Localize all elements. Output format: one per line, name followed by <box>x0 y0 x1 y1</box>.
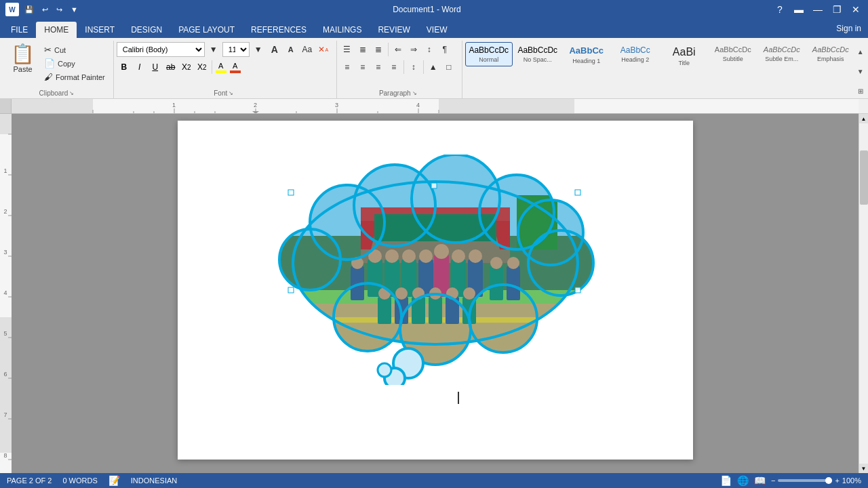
layout-web-btn[interactable]: 🌐 <box>737 475 749 486</box>
sign-in-btn[interactable]: Sign in <box>829 21 868 36</box>
ribbon: 📋 Paste ✂ Cut 📄 Copy 🖌 Format Painter <box>0 38 868 99</box>
font-color-btn[interactable]: A <box>229 61 242 74</box>
bullets-btn[interactable]: ☰ <box>340 42 355 57</box>
show-marks-btn[interactable]: ¶ <box>437 42 452 57</box>
horizontal-ruler: 1 2 3 4 <box>12 99 859 114</box>
increase-indent-btn[interactable]: ⇒ <box>406 42 421 57</box>
svg-rect-1 <box>12 99 93 114</box>
strikethrough-button[interactable]: ab <box>163 60 178 75</box>
tab-view[interactable]: VIEW <box>418 22 456 38</box>
borders-btn[interactable]: □ <box>441 60 456 75</box>
redo-btn[interactable]: ↪ <box>54 4 65 16</box>
format-painter-button[interactable]: 🖌 Format Painter <box>41 70 108 83</box>
paragraph-expand-icon[interactable]: ↘ <box>412 90 417 96</box>
styles-scroll-down[interactable]: ▼ <box>856 62 865 81</box>
minimize-btn[interactable]: — <box>811 3 825 16</box>
zoom-slider[interactable] <box>778 479 832 482</box>
layout-print-btn[interactable]: 📄 <box>720 475 732 486</box>
close-btn[interactable]: ✕ <box>849 3 863 16</box>
paste-button[interactable]: 📋 Paste <box>5 42 40 76</box>
style-no-space-label: No Spac... <box>524 56 552 63</box>
scroll-thumb[interactable] <box>860 150 868 205</box>
align-left-btn[interactable]: ≡ <box>340 60 355 75</box>
style-subtle-em-preview: AaBbCcDc <box>764 45 800 54</box>
help-btn[interactable]: ? <box>773 3 787 16</box>
scroll-track <box>859 123 868 464</box>
font-size-select[interactable]: 11 <box>222 42 250 57</box>
zoom-in-btn[interactable]: + <box>835 476 839 485</box>
underline-button[interactable]: U <box>148 60 163 75</box>
numbering-btn[interactable]: ≣ <box>355 42 370 57</box>
style-heading2[interactable]: AaBbCc Heading 2 <box>612 42 659 66</box>
text-highlight-btn[interactable]: A <box>214 61 228 74</box>
styles-expand[interactable]: ⊞ <box>856 81 865 100</box>
style-heading1-preview: AaBbCc <box>569 45 604 56</box>
tab-home[interactable]: HOME <box>36 22 77 38</box>
line-spacing-btn[interactable]: ↕ <box>406 60 421 75</box>
style-no-space-preview: AaBbCcDc <box>517 45 557 55</box>
font-family-dropdown[interactable]: ▼ <box>206 42 221 57</box>
quick-access-toolbar: W 💾 ↩ ↪ ▼ <box>5 3 81 16</box>
bold-button[interactable]: B <box>117 60 132 75</box>
proofing-icon[interactable]: 📝 <box>108 475 120 486</box>
tab-design[interactable]: DESIGN <box>123 22 170 38</box>
change-case-btn[interactable]: Aa <box>300 42 315 57</box>
document-page <box>178 121 693 460</box>
cut-button[interactable]: ✂ Cut <box>41 43 108 56</box>
justify-btn[interactable]: ≡ <box>387 60 401 75</box>
style-normal[interactable]: AaBbCcDc Normal <box>465 42 513 66</box>
cursor-line <box>212 392 659 405</box>
tab-page-layout[interactable]: PAGE LAYOUT <box>170 22 243 38</box>
undo-btn[interactable]: ↩ <box>39 4 51 16</box>
save-btn[interactable]: 💾 <box>22 4 37 16</box>
italic-button[interactable]: I <box>132 60 147 75</box>
style-emphasis[interactable]: AaBbCcDc Emphasis <box>807 42 854 66</box>
restore-btn[interactable]: ❐ <box>830 3 844 16</box>
clipboard-group-label: Clipboard ↘ <box>5 88 108 97</box>
tab-insert[interactable]: INSERT <box>77 22 123 38</box>
superscript-button[interactable]: X2 <box>195 60 210 75</box>
multilevel-btn[interactable]: ≣ <box>371 42 386 57</box>
highlight-icon: A <box>218 62 223 70</box>
sort-btn[interactable]: ↕ <box>422 42 437 57</box>
font-size-dropdown[interactable]: ▼ <box>251 42 266 57</box>
layout-read-btn[interactable]: 📖 <box>754 475 766 486</box>
style-subtle-em[interactable]: AaBbCcDc Subtle Em... <box>758 42 806 66</box>
decrease-font-btn[interactable]: A <box>283 42 298 57</box>
ribbon-display-btn[interactable]: ▬ <box>792 3 806 16</box>
document-area[interactable] <box>12 114 859 473</box>
increase-font-btn[interactable]: A <box>267 42 282 57</box>
ruler-svg: 1 2 3 4 <box>12 99 859 114</box>
customize-btn[interactable]: ▼ <box>68 4 81 15</box>
tab-mailings[interactable]: MAILINGS <box>315 22 370 38</box>
tab-review[interactable]: REVIEW <box>370 22 418 38</box>
zoom-percent[interactable]: 100% <box>842 476 861 485</box>
vertical-scrollbar[interactable]: ▲ ▼ <box>859 114 868 473</box>
scroll-up-btn[interactable]: ▲ <box>859 114 869 123</box>
language[interactable]: INDONESIAN <box>131 476 177 485</box>
paste-label: Paste <box>13 65 32 73</box>
font-family-select[interactable]: Calibri (Body) <box>117 42 205 57</box>
font-expand-icon[interactable]: ↘ <box>229 90 233 96</box>
tab-file[interactable]: FILE <box>3 22 36 38</box>
shading-btn[interactable]: ▲ <box>426 60 441 75</box>
cloud-shape[interactable] <box>259 155 612 385</box>
tab-references[interactable]: REFERENCES <box>243 22 315 38</box>
styles-scroll-up[interactable]: ▲ <box>856 42 865 61</box>
style-heading1[interactable]: AaBbCc Heading 1 <box>563 42 610 68</box>
align-right-btn[interactable]: ≡ <box>371 60 386 75</box>
ruler-area: 1 2 3 4 <box>0 99 868 114</box>
subscript-button[interactable]: X2 <box>179 60 194 75</box>
scroll-down-btn[interactable]: ▼ <box>859 464 869 473</box>
style-subtitle[interactable]: AaBbCcDc Subtitle <box>709 42 757 66</box>
svg-rect-21 <box>0 114 12 134</box>
zoom-out-btn[interactable]: − <box>771 476 775 485</box>
svg-text:3: 3 <box>335 102 338 108</box>
style-no-space[interactable]: AaBbCcDc No Spac... <box>514 42 561 66</box>
clear-format-btn[interactable]: ✕A <box>316 42 331 57</box>
style-title[interactable]: AaBi Title <box>660 42 708 70</box>
clipboard-expand-icon[interactable]: ↘ <box>69 90 74 96</box>
decrease-indent-btn[interactable]: ⇐ <box>391 42 406 57</box>
copy-button[interactable]: 📄 Copy <box>41 57 108 70</box>
align-center-btn[interactable]: ≡ <box>355 60 370 75</box>
